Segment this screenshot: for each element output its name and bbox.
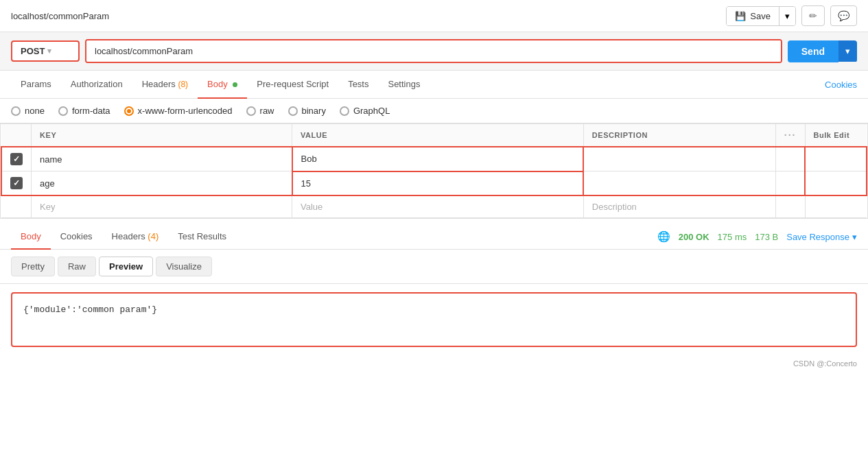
request-row: POST ▾ Send ▾ [0,32,868,71]
row-2-checkbox[interactable] [10,177,23,189]
tab-authorization[interactable]: Authorization [61,71,132,99]
params-table-wrap: KEY VALUE DESCRIPTION ··· Bulk Edit name… [0,123,868,219]
send-dropdown-button[interactable]: ▾ [838,40,857,62]
response-body-text: {'module':'common param'} [23,305,157,315]
cookies-link[interactable]: Cookies [825,71,857,98]
row-checkbox-cell [1,147,32,171]
save-response-chevron-icon: ▾ [852,232,857,242]
response-body: {'module':'common param'} [11,292,857,347]
send-button-group: Send ▾ [788,40,857,62]
status-ok-badge: 200 OK [679,232,709,242]
new-row-extra [805,195,867,218]
tab-body[interactable]: Body [198,71,247,99]
top-bar: localhost/commonParam 💾 Save ▾ ✏ 💬 [0,0,868,32]
row-1-checkbox[interactable] [10,153,23,165]
new-row-actions [775,195,805,218]
table-header: KEY VALUE DESCRIPTION ··· Bulk Edit [1,124,867,147]
raw-radio [246,106,256,116]
method-select[interactable]: POST ▾ [11,40,80,62]
resp-tab-body[interactable]: Body [11,224,51,250]
body-type-graphql[interactable]: GraphQL [340,106,390,116]
response-tabs-row: Body Cookies Headers (4) Test Results 🌐 … [0,224,868,250]
save-dropdown-button[interactable]: ▾ [779,7,795,25]
new-param-row: Key Value Description [1,195,867,218]
edit-icon: ✏ [809,10,817,21]
tab-settings[interactable]: Settings [378,71,430,99]
more-options-icon[interactable]: ··· [784,130,797,141]
view-tab-preview[interactable]: Preview [99,257,153,276]
graphql-radio [340,106,349,116]
tab-pre-request[interactable]: Pre-request Script [247,71,338,99]
row-2-key-cell[interactable]: age [32,171,292,196]
row-2-extra [805,171,867,196]
view-tab-raw[interactable]: Raw [58,257,96,276]
method-chevron-icon: ▾ [47,47,51,56]
footer: CSDN @:Concerto [0,355,868,372]
body-type-none[interactable]: none [11,106,45,116]
binary-radio [288,106,298,116]
request-title: localhost/commonParam [11,11,109,21]
body-type-raw[interactable]: raw [246,106,274,116]
th-check [1,124,32,147]
send-button[interactable]: Send [788,40,838,62]
status-size: 173 B [755,232,778,242]
floppy-icon: 💾 [735,11,746,21]
th-bulk-edit[interactable]: Bulk Edit [805,124,867,147]
url-input-wrap [85,39,782,63]
save-button-group: 💾 Save ▾ [726,6,796,26]
row-2-check-cell [1,171,32,196]
headers-badge: (8) [178,80,188,89]
comment-button[interactable]: 💬 [830,5,857,26]
table-row: age 15 [1,171,867,196]
method-label: POST [21,46,45,56]
th-key: KEY [32,124,292,147]
status-time: 175 ms [718,232,747,242]
th-description: DESCRIPTION [583,124,775,147]
tab-tests[interactable]: Tests [338,71,378,99]
urlencoded-radio [124,106,134,116]
row-1-extra [805,147,867,171]
table-row: name Bob [1,147,867,171]
save-response-button[interactable]: Save Response ▾ [786,232,857,242]
tab-params[interactable]: Params [11,71,61,99]
row-1-value-cell[interactable]: Bob [292,147,584,171]
row-2-desc-cell[interactable] [583,171,775,196]
new-row-key[interactable]: Key [32,195,292,218]
status-row: 🌐 200 OK 175 ms 173 B Save Response ▾ [657,225,857,248]
url-input[interactable] [86,40,781,62]
body-dot [233,82,237,87]
view-tabs-row: Pretty Raw Preview Visualize [0,250,868,284]
body-type-row: none form-data x-www-form-urlencoded raw… [0,99,868,123]
edit-button[interactable]: ✏ [801,5,825,26]
new-row-value[interactable]: Value [292,195,584,218]
top-bar-actions: 💾 Save ▾ ✏ 💬 [726,5,857,26]
new-row-check [1,195,32,218]
footer-text: CSDN @:Concerto [793,359,857,368]
form-data-radio [58,106,68,116]
body-type-urlencoded[interactable]: x-www-form-urlencoded [124,106,233,116]
row-2-actions-cell [775,171,805,196]
view-tab-visualize[interactable]: Visualize [156,257,212,276]
body-type-binary[interactable]: binary [288,106,326,116]
view-tab-pretty[interactable]: Pretty [11,257,55,276]
resp-headers-badge: (4) [148,231,159,241]
new-row-desc[interactable]: Description [583,195,775,218]
resp-tab-test-results[interactable]: Test Results [168,224,236,250]
row-2-value-cell[interactable]: 15 [292,171,584,196]
th-actions: ··· [775,124,805,147]
request-tabs-row: Params Authorization Headers (8) Body Pr… [0,71,868,99]
save-button[interactable]: 💾 Save [727,7,779,25]
tab-headers[interactable]: Headers (8) [132,71,198,99]
row-1-actions-cell [775,147,805,171]
resp-tab-cookies[interactable]: Cookies [51,224,102,250]
comment-icon: 💬 [838,10,849,21]
row-1-desc-cell[interactable] [583,147,775,171]
body-type-form-data[interactable]: form-data [58,106,110,116]
globe-icon: 🌐 [657,230,670,243]
th-value: VALUE [292,124,584,147]
row-1-key-cell[interactable]: name [32,147,292,171]
resp-tab-headers[interactable]: Headers (4) [102,224,169,250]
params-table: KEY VALUE DESCRIPTION ··· Bulk Edit name… [1,124,867,218]
none-radio [11,106,21,116]
